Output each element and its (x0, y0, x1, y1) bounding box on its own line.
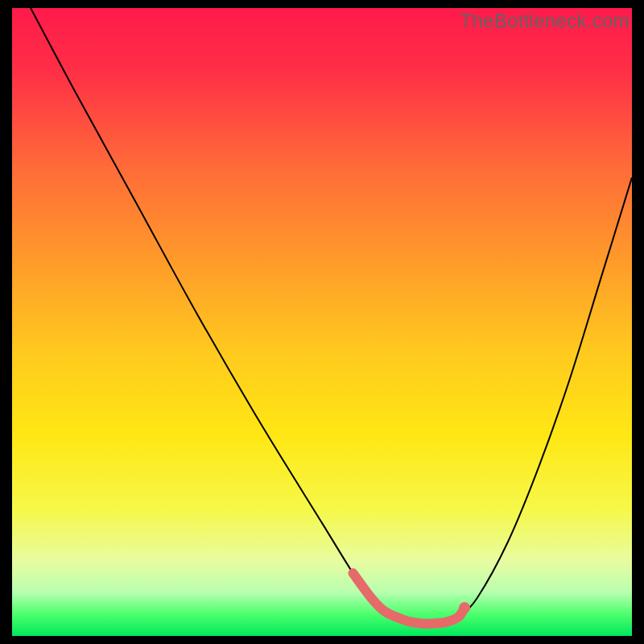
optimal-point-marker (459, 602, 470, 613)
watermark-text: TheBottleneck.com (460, 10, 630, 32)
gradient-background (12, 8, 632, 636)
chart-frame: TheBottleneck.com (0, 0, 644, 644)
bottleneck-curve-chart (12, 8, 632, 636)
plot-area (12, 8, 632, 636)
